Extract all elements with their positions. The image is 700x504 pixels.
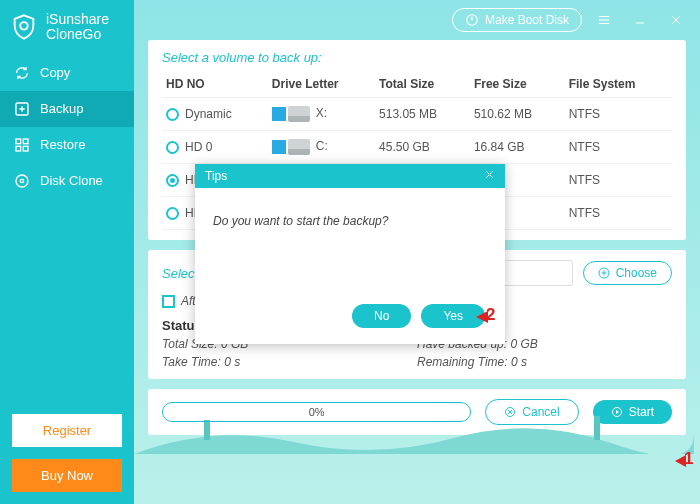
progress-bar: 0%	[162, 402, 471, 422]
app-logo: iSunshare CloneGo	[0, 0, 134, 55]
svg-rect-2	[16, 139, 21, 144]
power-icon	[465, 13, 479, 27]
table-row[interactable]: HD 0C:45.50 GB16.84 GBNTFS	[162, 131, 672, 164]
tips-dialog: Tips Do you want to start the backup? No…	[195, 164, 505, 344]
sidebar-item-disk-clone[interactable]: Disk Clone	[0, 163, 134, 199]
annotation-2: 2	[486, 305, 495, 325]
checkbox-icon	[162, 295, 175, 308]
cancel-button[interactable]: Cancel	[485, 399, 578, 425]
refresh-icon	[14, 65, 30, 81]
drive-icon	[288, 139, 310, 155]
windows-icon	[272, 140, 286, 154]
disk-icon	[14, 173, 30, 189]
svg-rect-3	[23, 139, 28, 144]
make-boot-disk-button[interactable]: Make Boot Disk	[452, 8, 582, 32]
status-remain: Remaining Time: 0 s	[417, 355, 672, 369]
sidebar-item-restore[interactable]: Restore	[0, 127, 134, 163]
grid-icon	[14, 137, 30, 153]
status-take: Take Time: 0 s	[162, 355, 417, 369]
svg-rect-4	[16, 146, 21, 151]
volumes-title: Select a volume to back up:	[162, 50, 672, 65]
col-drive: Drive Letter	[268, 71, 375, 98]
close-button[interactable]	[662, 6, 690, 34]
start-button[interactable]: Start	[593, 400, 672, 424]
sidebar-item-label: Backup	[40, 101, 83, 116]
sidebar-item-backup[interactable]: Backup	[0, 91, 134, 127]
choose-button[interactable]: Choose	[583, 261, 672, 285]
no-button[interactable]: No	[352, 304, 411, 328]
col-hdno: HD NO	[162, 71, 268, 98]
menu-button[interactable]	[590, 6, 618, 34]
cancel-icon	[504, 406, 516, 418]
svg-point-0	[20, 22, 27, 29]
sidebar-item-label: Restore	[40, 137, 86, 152]
sidebar-nav: Copy Backup Restore Disk Clone	[0, 55, 134, 199]
footer-bar: 0% Cancel Start	[148, 389, 686, 435]
col-fs: File System	[565, 71, 672, 98]
svg-point-6	[16, 175, 28, 187]
buy-now-button[interactable]: Buy Now	[12, 459, 122, 492]
shield-icon	[10, 13, 38, 41]
plus-icon	[598, 267, 610, 279]
menu-icon	[597, 13, 611, 27]
sidebar: iSunshare CloneGo Copy Backup Restore Di…	[0, 0, 134, 504]
play-icon	[611, 406, 623, 418]
register-button[interactable]: Register	[12, 414, 122, 447]
annotation-1: 1	[684, 449, 693, 469]
dialog-header: Tips	[195, 164, 505, 188]
app-title: iSunshare CloneGo	[46, 12, 109, 43]
radio-icon	[166, 174, 179, 187]
col-total: Total Size	[375, 71, 470, 98]
minimize-icon	[634, 14, 646, 26]
table-row[interactable]: DynamicX:513.05 MB510.62 MBNTFS	[162, 98, 672, 131]
close-icon	[484, 169, 495, 180]
dialog-title: Tips	[205, 169, 227, 183]
dialog-close-button[interactable]	[484, 169, 495, 183]
radio-icon	[166, 108, 179, 121]
dialog-footer: No Yes	[195, 298, 505, 344]
close-icon	[670, 14, 682, 26]
svg-rect-5	[23, 146, 28, 151]
svg-point-7	[20, 179, 23, 182]
sidebar-item-label: Copy	[40, 65, 70, 80]
col-free: Free Size	[470, 71, 565, 98]
drive-icon	[288, 106, 310, 122]
radio-icon	[166, 207, 179, 220]
minimize-button[interactable]	[626, 6, 654, 34]
progress-text: 0%	[163, 403, 470, 421]
windows-icon	[272, 107, 286, 121]
sidebar-item-copy[interactable]: Copy	[0, 55, 134, 91]
radio-icon	[166, 141, 179, 154]
dialog-body: Do you want to start the backup?	[195, 188, 505, 298]
sidebar-item-label: Disk Clone	[40, 173, 103, 188]
plus-square-icon	[14, 101, 30, 117]
titlebar: Make Boot Disk	[134, 0, 700, 40]
